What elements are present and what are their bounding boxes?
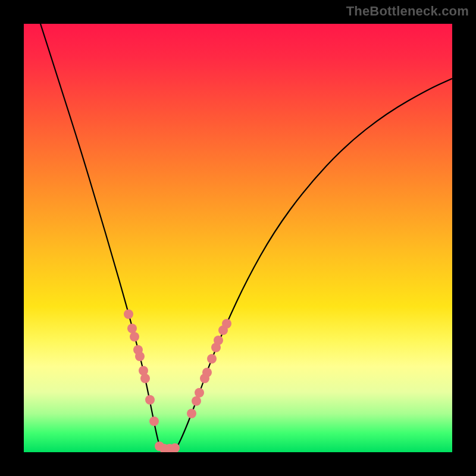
data-point — [149, 416, 159, 426]
data-point — [145, 395, 155, 405]
data-point — [214, 336, 223, 345]
data-point — [130, 332, 139, 342]
data-point — [192, 396, 201, 406]
chart-frame: TheBottleneck.com — [0, 0, 476, 476]
data-point — [207, 354, 217, 364]
curve-layer — [24, 24, 452, 452]
data-point — [187, 409, 196, 418]
plot-area — [24, 24, 452, 452]
markers-bottom — [155, 441, 180, 452]
curve-left — [40, 24, 162, 452]
markers-left — [124, 309, 159, 426]
data-point — [135, 352, 145, 361]
data-point — [202, 368, 212, 377]
data-point — [195, 388, 204, 397]
data-point — [124, 309, 133, 319]
markers-right — [187, 319, 231, 418]
data-point — [140, 374, 150, 383]
curve-right — [174, 79, 452, 452]
data-point — [222, 319, 231, 328]
watermark-text: TheBottleneck.com — [346, 4, 469, 19]
data-point — [127, 324, 137, 333]
